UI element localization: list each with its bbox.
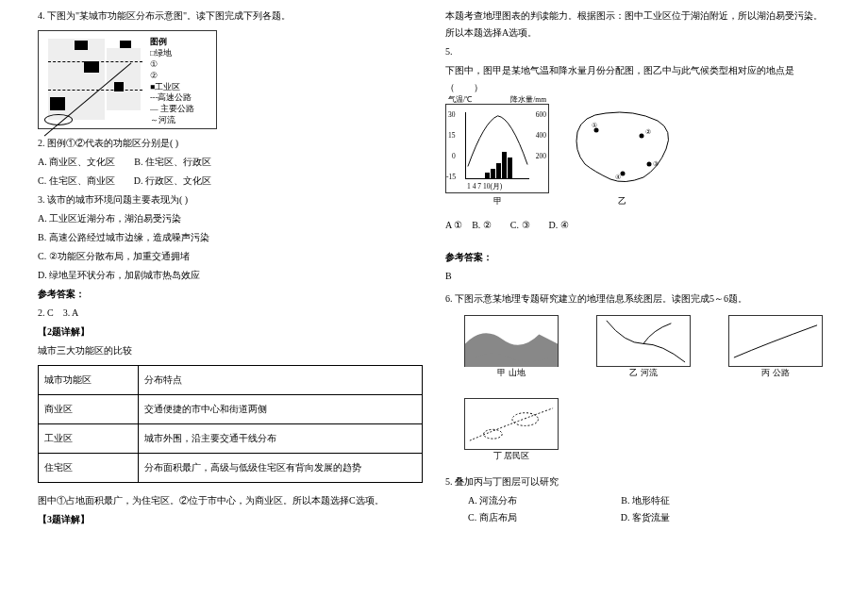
opt-c: C. 商店布局 xyxy=(468,511,517,524)
q3-opt-c: C. ②功能区分散布局，加重交通拥堵 xyxy=(38,248,423,265)
exp2-end: 图中①占地面积最广，为住宅区。②位于市中心，为商业区。所以本题选择C选项。 xyxy=(38,492,423,509)
q3-stem: 3. 该市的城市环境问题主要表现为( ) xyxy=(38,191,423,208)
tm15: -15 xyxy=(446,173,456,181)
t15: 15 xyxy=(448,131,456,140)
axis-temp: 气温/℃ xyxy=(448,95,472,105)
q5-options: A ① B. ② C. ③ D. ④ xyxy=(445,217,830,234)
opt-b: B. 地形特征 xyxy=(621,494,670,507)
q3-explanation: 本题考查地理图表的判读能力。根据图示：图中工业区位于湖泊附近，所以湖泊易受污染。… xyxy=(445,8,830,41)
answer-23: 2. C 3. A xyxy=(38,305,423,322)
t0: 0 xyxy=(452,152,456,160)
t30: 30 xyxy=(448,110,456,119)
svg-point-4 xyxy=(647,162,652,167)
r600: 600 xyxy=(536,110,546,119)
opt-a: A. 河流分布 xyxy=(468,494,517,507)
functional-zone-table: 城市功能区 分布特点 商业区 交通便捷的市中心和街道两侧 工业区 城市外围，沿主… xyxy=(38,365,423,483)
months: 1 4 7 10(月) xyxy=(467,182,502,191)
r3c2: 分布面积最广，高级与低级住宅区有背向发展的趋势 xyxy=(138,454,422,483)
legend-1: ① xyxy=(150,59,210,71)
climate-chart-jia: 气温/℃ 降水量/mm 30 15 0 -15 600 400 200 xyxy=(445,104,549,193)
climate-figure: 气温/℃ 降水量/mm 30 15 0 -15 600 400 200 xyxy=(445,104,830,207)
svg-text:④: ④ xyxy=(615,174,621,181)
r3c1: 住宅区 xyxy=(39,454,139,483)
q3-opt-d: D. 绿地呈环状分布，加剧城市热岛效应 xyxy=(38,267,423,284)
th-feature: 分布特点 xyxy=(138,366,422,395)
q5-stem: 下图中，图甲是某地气温和降水量月份分配图，图乙中与此气候类型相对应的地点是（ ） xyxy=(445,62,830,96)
gis-layers: 甲 山地 乙 河流 丙 公路 丁 居民区 xyxy=(464,315,830,462)
layer-bing: 丙 公路 xyxy=(728,315,823,379)
opt-d: D. 客货流量 xyxy=(621,511,670,524)
legend-2: ② xyxy=(150,71,210,82)
legend-lvdi: □绿地 xyxy=(150,48,210,59)
q4-map-figure: 图例 □绿地 ① ② ■工业区 ---高速公路 — 主要公路 ～河流 xyxy=(38,30,217,129)
q4-intro: 4. 下图为"某城市功能区分布示意图"。读下图完成下列各题。 xyxy=(38,8,423,25)
layer-jia: 甲 山地 xyxy=(464,315,559,379)
svg-text:③: ③ xyxy=(653,160,659,168)
svg-text:②: ② xyxy=(645,128,651,136)
legend: 图例 □绿地 ① ② ■工业区 ---高速公路 — 主要公路 ～河流 xyxy=(148,35,212,128)
temp-line xyxy=(466,112,529,175)
legend-gsgl: ---高速公路 xyxy=(150,92,210,104)
svg-point-8 xyxy=(484,429,503,439)
r400: 400 xyxy=(536,131,546,140)
legend-hl: ～河流 xyxy=(150,115,210,126)
layer-ding-label: 丁 居民区 xyxy=(493,450,529,462)
svg-point-6 xyxy=(621,172,626,176)
layer-yi: 乙 河流 xyxy=(596,315,691,379)
china-map-yi: ① ② ③ ④ xyxy=(568,104,676,193)
q3-opt-a: A. 工业区近湖分布，湖泊易受污染 xyxy=(38,210,423,227)
layer-bing-label: 丙 公路 xyxy=(761,367,789,379)
layer-yi-label: 乙 河流 xyxy=(629,367,657,379)
caption-yi: 乙 xyxy=(568,195,676,207)
axis-rain: 降水量/mm xyxy=(510,95,546,105)
q6-sub: 5. 叠加丙与丁图层可以研究 xyxy=(445,473,830,490)
svg-point-9 xyxy=(512,413,538,426)
svg-point-2 xyxy=(640,134,644,139)
layer-jia-label: 甲 山地 xyxy=(497,367,525,379)
exp2-title: 【2题详解】 xyxy=(38,324,423,340)
q5-num: 5. xyxy=(445,43,830,60)
map-area xyxy=(41,33,148,126)
legend-title: 图例 xyxy=(150,37,210,48)
caption-jia: 甲 xyxy=(445,195,549,207)
answer-5: B xyxy=(445,268,830,285)
r1c2: 交通便捷的市中心和街道两侧 xyxy=(138,395,422,424)
q2-opt-ab: A. 商业区、文化区 B. 住宅区、行政区 xyxy=(38,154,423,171)
r2c2: 城市外围，沿主要交通干线分布 xyxy=(138,424,422,454)
q3-opt-b: B. 高速公路经过城市边缘，造成噪声污染 xyxy=(38,229,423,246)
r1c1: 商业区 xyxy=(39,395,139,424)
legend-gyq: ■工业区 xyxy=(150,82,210,93)
legend-zygl: — 主要公路 xyxy=(150,104,210,115)
exp2-intro: 城市三大功能区的比较 xyxy=(38,342,423,359)
th-zone: 城市功能区 xyxy=(39,366,139,395)
answer-title-5: 参考答案： xyxy=(445,249,830,266)
exp3-title: 【3题详解】 xyxy=(38,511,423,528)
q2-stem: 2. 图例①②代表的功能区分别是( ) xyxy=(38,135,423,152)
layer-ding: 丁 居民区 xyxy=(464,398,559,462)
answer-title: 参考答案： xyxy=(38,286,423,303)
q6-stem: 6. 下图示意某地理专题研究建立的地理信息系统图层。读图完成5～6题。 xyxy=(445,290,830,307)
r2c1: 工业区 xyxy=(39,424,139,454)
r200: 200 xyxy=(536,152,546,160)
q2-opt-cd: C. 住宅区、商业区 D. 行政区、文化区 xyxy=(38,173,423,190)
svg-text:①: ① xyxy=(592,122,597,129)
